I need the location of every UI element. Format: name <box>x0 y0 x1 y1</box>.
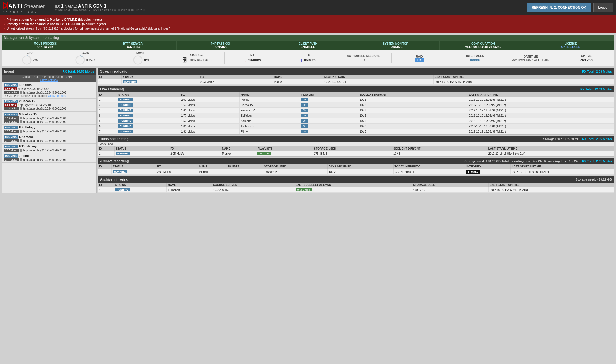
col-status: STATUS <box>121 75 199 79</box>
ingest-panel-header: Ingest RX Total: 14.56 Mbit/s <box>2 68 96 75</box>
ar-col-pauses: PAUSES <box>227 164 263 169</box>
am-col-id: ID <box>98 183 114 187</box>
ls-col-rx: RX <box>180 92 239 97</box>
tz-playlist-1: 00:10 OK <box>257 152 271 155</box>
mgmt-status-php: PHP FAST-CGI RUNNING <box>177 41 264 50</box>
url-icon-3a <box>20 117 22 119</box>
archive-recording-title: Archive recording <box>100 159 129 163</box>
mgmt-status-http: HTTP SERVER RUNNING <box>89 41 177 50</box>
ar-col-days-archived: DAYS ARCHIVED <box>327 164 393 169</box>
metric-interfaces: INTERFACES bond0 <box>447 53 503 63</box>
ar-col-last-start: LAST START, UPTIME <box>510 164 614 169</box>
header-version: VERSION: v1.0.0-87-g3a6b717, BRANCH: tes… <box>55 9 145 11</box>
ingest-bitrate-6a: 1.77 Mbit/s <box>4 149 19 152</box>
integrity-button-1[interactable]: Integrity <box>466 170 480 174</box>
ls-status-8: RUNNING <box>118 114 133 117</box>
ingest-bitrate-8a: 1.77 Mbit/s <box>4 130 19 133</box>
header-id-name: ID: 1 NAME: ANTIK CDN 1 <box>55 4 145 9</box>
am-col-name: NAME <box>167 183 212 187</box>
ingest-status-7: RUNNING <box>4 154 18 158</box>
am-sync-status-4: OK (-59sec) <box>296 188 312 191</box>
alert-bullet-3: ◦ <box>4 27 5 30</box>
alert-item-1: ◦ Primary stream for channel 1 Pianko is… <box>4 17 612 22</box>
stream-replication-title: Stream replication <box>100 70 130 73</box>
mgmt-status-license: LICENSE OK, DETAILS <box>527 41 614 50</box>
stream-replication-table: ID STATUS RX NAME DESTINATIONS LAST STAR… <box>98 75 614 85</box>
svg-point-7 <box>76 56 84 64</box>
tx-arrow-icon: ↑ <box>300 57 303 63</box>
metric-auth-sessions: AUTHORIZED SESSIONS 0 <box>336 53 392 63</box>
metric-load: LOAD 0.75 / 8 <box>57 50 113 66</box>
logo-streamer: Streamer <box>24 4 45 9</box>
ingest-url-7a: 1.77 Mbit/s http://aaa:bbb@10.254.9.202:… <box>4 158 95 161</box>
tz-col-segment: SEGMENT DUR/CNT <box>392 146 487 151</box>
tz-status-1: RUNNING <box>116 152 130 155</box>
mgmt-status-client-auth: CLIENT AUTH ENABLED <box>264 41 352 50</box>
logout-button[interactable]: Logout <box>593 3 613 12</box>
live-streaming-title: Live streaming <box>100 87 124 91</box>
ls-col-id: ID <box>98 92 117 97</box>
ar-row-1: 1 RUNNING 2.01 Mbit/s Planko 178.69 GB 1… <box>98 169 614 175</box>
ingest-url-8a: 1.77 Mbit/s http://aaa:bbb@10.254.9.202:… <box>4 130 95 133</box>
svg-point-9 <box>134 56 142 64</box>
mgmt-status-mgmt-process: MGMT PROCESS UP: 4d 21h <box>2 41 89 50</box>
raid-ok-badge: OK <box>415 58 424 62</box>
show-settings-link[interactable]: Show settings <box>40 78 58 82</box>
ls-playlist-2: OK <box>301 103 308 107</box>
ar-col-integrity: INTEGRITY <box>465 164 511 169</box>
ingest-bitrate-1b: 1.88 Mbit/s <box>4 91 19 94</box>
url-icon-1b <box>20 91 22 94</box>
am-col-last-start: LAST START, UPTIME <box>488 183 614 187</box>
refresh-button[interactable]: REFRESH IN: 2, CONNECTION OK <box>527 3 591 12</box>
timezone-mode: Mode: hdd <box>98 142 614 146</box>
ingest-url-2a: 0.00 bit/s ! rtp://@232.232.64.2:5004 <box>4 103 95 107</box>
show-settings-link-1[interactable]: Show settings <box>48 94 66 97</box>
ls-status-7: RUNNING <box>118 130 133 133</box>
ingest-bitrate-7a: 1.77 Mbit/s <box>4 158 19 161</box>
ingest-url-5a: 1.77 Mbit/s http://aaa:bbb@10.254.9.202:… <box>4 139 95 142</box>
ingest-item-5: RUNNING 5 Karaoke 1.77 Mbit/s http://aaa… <box>2 134 96 144</box>
stream-replication-rx-total: RX Total: 2.03 Mbit/s <box>582 70 612 73</box>
url-icon-8a <box>20 130 22 133</box>
live-streaming-header: Live streaming RX Total: 12.09 Mbit/s <box>98 86 614 92</box>
timezone-shifting-info: Storage used: 175.88 MB RX Total: 2.05 M… <box>543 137 612 141</box>
svg-text:ANTIK: ANTIK <box>8 3 22 9</box>
alert-bullet-2: ◦ <box>4 23 5 26</box>
url-icon-3b <box>20 120 22 123</box>
ls-playlist-5: OK <box>301 119 308 123</box>
stream-replication-row-1: 1 RUNNING 2.03 Mbit/s Planko 10.254.9.10… <box>98 79 614 85</box>
ingest-bitrate-1a: 0.00 bit/s <box>4 87 17 90</box>
ar-col-id: ID <box>98 164 111 169</box>
ls-playlist-7: OK <box>301 130 308 133</box>
timezone-shifting-title: Timezone shifting <box>100 137 129 141</box>
col-rx: RX <box>199 75 273 79</box>
live-streaming-row-7: 7 RUNNING 1.81 Mbit/s Flim+ OK 10 / 5 20… <box>98 129 614 134</box>
ls-playlist-8: OK <box>301 114 308 117</box>
ls-playlist-1: OK <box>301 98 308 101</box>
header-divider <box>50 2 50 13</box>
mgmt-title: Management & System monitoring <box>2 35 614 41</box>
ingest-url-1b: 1.88 Mbit/s http://aaa:bbb@10.254.9.201:… <box>4 91 95 94</box>
ls-col-status: STATUS <box>117 92 180 97</box>
metric-rx: RX ↓ 20Mbit/s <box>225 52 280 64</box>
archive-recording-panel: Archive recording Storage used: 178.69 G… <box>98 158 614 175</box>
metric-tx: TX ↑ 0Mbit/s <box>280 52 336 64</box>
logo-top: ANTIK Streamer <box>3 2 45 11</box>
archive-mirroring-table: ID STATUS NAME SOURCE SERVER LAST SUCCES… <box>98 183 614 193</box>
right-panel: Stream replication RX Total: 2.03 Mbit/s… <box>98 68 614 193</box>
ingest-url-3b: 2.12 Mbit/s http://aaa:bbb@10.254.9.202:… <box>4 120 95 123</box>
mgmt-status-configuration: CONFIGURATION VER:2012-10-18 21:06:45 <box>440 41 527 50</box>
timezone-shifting-header: Timezone shifting Storage used: 175.88 M… <box>98 136 614 142</box>
ingest-item-6: RUNNING 6 TV Mickey 1.77 Mbit/s http://a… <box>2 144 96 153</box>
col-last-start: LAST START, UPTIME <box>433 75 614 79</box>
ingest-url-2b: 1.74 Mbit/s http://aaa:bbb@10.254.9.202:… <box>4 107 95 110</box>
col-id: ID <box>98 75 121 79</box>
ingest-bitrate-3b: 2.12 Mbit/s <box>4 120 19 123</box>
tz-col-id: ID <box>98 146 114 151</box>
metric-cpu: CPU 2% <box>2 50 57 66</box>
ingest-item-2: RUNNING 2 Cacao TV 0.00 bit/s ! rtp://@2… <box>2 99 96 112</box>
metric-uptime: UPTIME 26d 23h <box>559 53 614 63</box>
ingest-item-1: RUNNING 1 Planko 0.00 bit/s rtp://@232.2… <box>2 82 96 99</box>
logo-antik: ANTIK <box>3 2 22 11</box>
ingest-status-5: RUNNING <box>4 135 18 139</box>
